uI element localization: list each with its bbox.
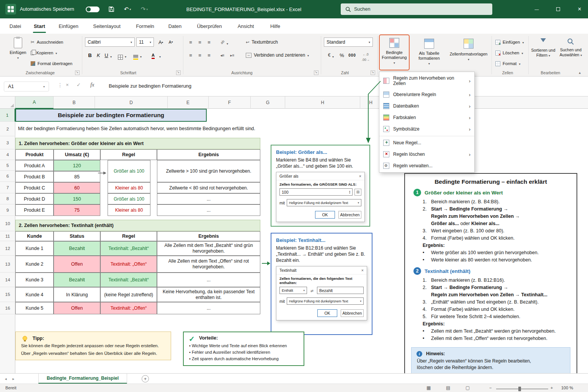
regel-cell[interactable]: Textinhalt: „Offen“ [100, 302, 157, 314]
zoom-level[interactable]: 100 % [561, 385, 573, 390]
status-cell[interactable]: Offen [54, 256, 100, 273]
prev-sheet-icon[interactable] [2, 374, 9, 384]
sort-filter-button[interactable]: Sortieren und Filtern [531, 36, 556, 69]
status-cell[interactable]: In Klärung [54, 287, 100, 302]
regel-cell[interactable]: (keine Regel zutreffend) [100, 287, 157, 302]
align-top-icon[interactable] [187, 38, 194, 47]
kunde-cell[interactable]: Kunde 1 [15, 241, 54, 256]
alignment-dialog-launcher[interactable] [314, 70, 318, 75]
text-input[interactable]: Bezahlt [317, 287, 364, 294]
collapse-ribbon-icon[interactable] [579, 70, 581, 75]
cancel-icon[interactable] [66, 82, 69, 88]
row-header[interactable]: 8 [0, 193, 15, 204]
column-header[interactable]: A [15, 96, 54, 109]
column-header[interactable]: G [251, 96, 285, 109]
umsatz-cell[interactable]: 120 [54, 160, 100, 171]
ergebnis-cell[interactable]: Alle Zellen mit dem Text „Bezahlt“ sind … [157, 241, 260, 256]
row-header[interactable]: 3 [0, 136, 15, 149]
tab-ueberpruefen[interactable]: Überprüfen [192, 18, 227, 34]
umsatz-cell[interactable]: 85 [54, 171, 100, 182]
tab-einfuegen[interactable]: Einfügen [56, 18, 81, 34]
product-cell[interactable]: Produkt D [15, 193, 54, 204]
tab-seitenlayout[interactable]: Seitenlayout [88, 18, 126, 34]
menu-item[interactable]: Obere/untere Regeln [379, 89, 474, 100]
product-cell[interactable]: Produkt A [15, 160, 54, 171]
row-header[interactable]: 14 [0, 273, 15, 287]
table1-header[interactable]: Ergebnis [157, 149, 260, 160]
number-format-select[interactable]: Standard [324, 38, 373, 47]
kunde-cell[interactable]: Kunde 5 [15, 302, 54, 314]
select-all-corner[interactable] [0, 96, 15, 109]
zoom-slider[interactable] [496, 389, 548, 389]
align-middle-icon[interactable] [196, 38, 204, 47]
conditional-formatting-button[interactable]: Bedingte Formatierung [379, 34, 410, 70]
close-button[interactable] [571, 0, 588, 18]
format-select[interactable]: Hellgrüne Füllung mit dunkelgrünem Text [287, 297, 364, 305]
menu-item[interactable]: Neue Regel... [379, 136, 474, 149]
align-left-icon[interactable] [187, 51, 194, 60]
minimize-button[interactable] [528, 0, 545, 18]
result-cell[interactable]: Zellwerte > 100 sind grün hervorgehoben. [157, 160, 260, 182]
name-box[interactable]: A1 [4, 82, 49, 91]
cancel-button[interactable]: Abbrechen [338, 211, 361, 219]
underline-button[interactable]: U [103, 51, 109, 60]
paste-button[interactable]: Einfügen [7, 36, 29, 70]
find-select-button[interactable]: Suchen und Auswählen [557, 36, 584, 69]
status-cell[interactable]: Offen [54, 302, 100, 314]
product-cell[interactable]: Produkt B [15, 171, 54, 182]
regel-cell[interactable]: Textinhalt: „Bezahlt“ [100, 241, 157, 256]
decrease-indent-icon[interactable] [218, 51, 227, 60]
table2-header[interactable]: Kunde [15, 231, 54, 241]
increase-indent-icon[interactable] [228, 51, 237, 60]
cancel-button[interactable]: Abbrechen [341, 309, 364, 317]
rule-cell[interactable]: Größer als 100 [108, 160, 150, 182]
ergebnis-cell[interactable]: Keine Hervorhebung, da kein passender Te… [157, 287, 260, 302]
intro-text[interactable]: Mit der bedingten Formatierung heben Sie… [18, 126, 255, 131]
product-cell[interactable]: Produkt E [15, 204, 54, 216]
column-header[interactable]: H [285, 96, 360, 109]
ok-button[interactable]: OK [317, 309, 337, 317]
menu-item[interactable]: Regeln zum Hervorheben von Zellen [379, 73, 474, 89]
table1-header[interactable]: Regel [100, 149, 157, 160]
zoom-slider-knob[interactable] [518, 387, 521, 391]
table2-header[interactable]: Ergebnis [157, 231, 260, 241]
search-input[interactable]: Suchen [341, 3, 492, 15]
menu-item[interactable]: Regeln löschen [379, 149, 474, 160]
row-header[interactable]: 5 [0, 160, 15, 171]
copy-button[interactable]: Kopieren [31, 49, 57, 57]
table1-header[interactable]: Produkt [15, 149, 54, 160]
menu-item[interactable]: Regeln verwalten... [379, 160, 474, 172]
format-as-table-button[interactable]: Als Tabelle formatieren [413, 35, 446, 70]
cut-button[interactable]: Ausschneiden [31, 38, 63, 46]
remove-decimal-icon[interactable] [361, 55, 371, 64]
orientation-icon[interactable] [218, 38, 227, 47]
normal-view-icon[interactable] [426, 385, 431, 390]
tab-datei[interactable]: Datei [7, 18, 24, 34]
font-color-button[interactable] [152, 51, 155, 60]
font-size-select[interactable]: 11 [136, 38, 154, 47]
status-cell[interactable]: Bezahlt [54, 273, 100, 287]
status-cell[interactable]: Bezahlt [54, 241, 100, 256]
bold-button[interactable]: B [87, 51, 93, 60]
align-center-icon[interactable] [196, 51, 204, 60]
redo-button[interactable] [138, 0, 151, 18]
column-header[interactable]: F [209, 96, 251, 109]
font-name-select[interactable]: Calibri [85, 38, 135, 47]
result-cell[interactable]: ... [157, 193, 260, 204]
tab-daten[interactable]: Daten [165, 18, 185, 34]
value-input[interactable]: 100 [279, 188, 353, 196]
regel-cell[interactable]: Textinhalt: „Bezahlt“ [100, 273, 157, 287]
sheet-title-cell[interactable]: Beispiele zur bedingten Formatierung [15, 109, 207, 122]
merge-center-button[interactable]: Verbinden und zentrieren [246, 51, 309, 59]
increase-font-icon[interactable] [156, 38, 165, 47]
percent-format-button[interactable]: % [338, 51, 345, 60]
tab-ansicht[interactable]: Ansicht [234, 18, 258, 34]
row-header[interactable]: 4 [0, 149, 15, 160]
maximize-button[interactable] [550, 0, 567, 18]
umsatz-cell[interactable]: 150 [54, 193, 100, 204]
row-header[interactable]: 13 [0, 256, 15, 273]
format-select[interactable]: Hellgrüne Füllung mit dunkelgrünem Text [287, 199, 361, 206]
page-layout-view-icon[interactable] [446, 385, 450, 390]
row-header[interactable]: 10 [0, 216, 15, 231]
row-header[interactable]: 6 [0, 171, 15, 182]
